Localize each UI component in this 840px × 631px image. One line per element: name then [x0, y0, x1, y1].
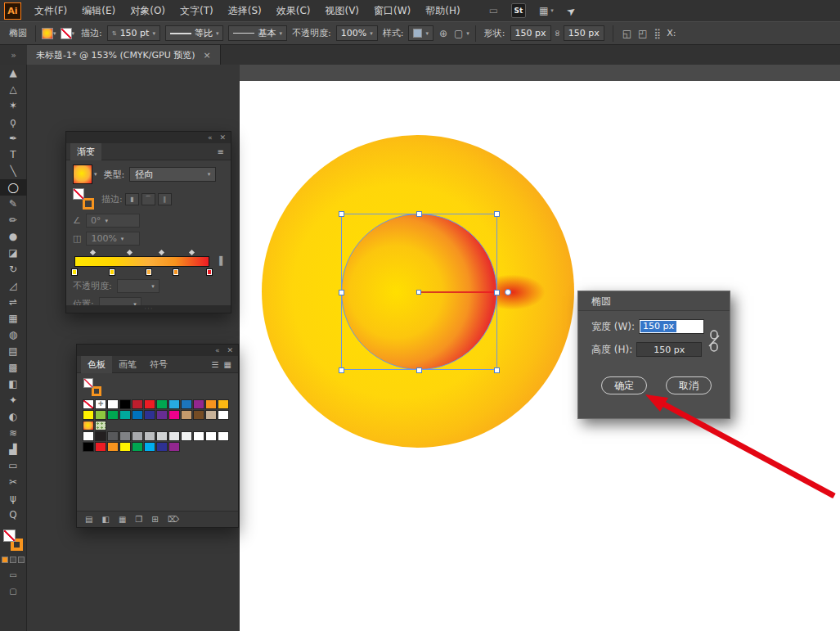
swatch[interactable] [181, 410, 192, 420]
swatch[interactable] [119, 431, 131, 441]
chevron-down-icon[interactable]: ▾ [94, 171, 97, 178]
share-icon[interactable]: ➤ [564, 3, 579, 19]
menu-item[interactable]: 文件(F) [27, 0, 74, 21]
brush-definition-dropdown[interactable]: 基本 ▾ [228, 25, 287, 41]
panel-menu-icon[interactable]: ≡ [218, 147, 227, 156]
perspective-grid-tool[interactable]: ▤ [0, 343, 27, 359]
menu-item[interactable]: 视图(V) [317, 0, 366, 21]
swatch[interactable] [156, 399, 168, 409]
drawing-mode-icon[interactable]: ▭ [9, 570, 16, 579]
column-graph-tool[interactable]: ▟ [0, 441, 27, 457]
swatch[interactable] [144, 442, 155, 452]
gradient-thumbnail[interactable] [73, 165, 92, 184]
width-tool[interactable]: ⇌ [0, 294, 27, 310]
grid-view-icon[interactable]: ▦ [224, 360, 231, 369]
swatch[interactable] [168, 399, 180, 409]
swatch[interactable] [181, 431, 192, 441]
selection-handle[interactable] [416, 367, 422, 373]
paintbrush-tool[interactable]: ✎ [0, 196, 27, 212]
none-mode-button[interactable] [18, 557, 25, 563]
hand-tool[interactable]: ψ [0, 490, 27, 507]
constrain-proportions-icon[interactable] [707, 329, 721, 356]
menu-item[interactable]: 对象(O) [123, 0, 173, 21]
swatch[interactable] [193, 399, 204, 409]
selection-handle[interactable] [494, 290, 500, 295]
dialog-title[interactable]: 椭圆 [578, 291, 730, 311]
swatch[interactable] [107, 442, 119, 452]
mesh-tool[interactable]: ▩ [0, 359, 27, 376]
arrange-documents-icon[interactable]: ▭ [489, 5, 498, 16]
transform-icon[interactable]: ◰ [638, 28, 647, 39]
artboard-tool[interactable]: ▭ [0, 457, 27, 474]
document-setup-icon[interactable]: ⊕ [439, 28, 447, 39]
fill-stroke-indicator[interactable] [3, 530, 23, 551]
gradient-annotator-endpoint[interactable] [505, 289, 511, 295]
selection-center-point[interactable] [416, 290, 421, 295]
chevron-down-icon[interactable]: ▾ [466, 30, 469, 37]
swatch[interactable] [168, 410, 180, 420]
swatch[interactable] [168, 442, 180, 452]
swatch[interactable] [119, 442, 131, 452]
type-tool[interactable]: T [0, 146, 27, 163]
swatch[interactable] [168, 431, 180, 441]
chevron-down-icon[interactable]: ▾ [53, 30, 56, 37]
swatch[interactable] [156, 410, 168, 420]
zoom-tool[interactable]: Q [0, 507, 27, 523]
swatch[interactable] [218, 431, 229, 441]
selection-handle[interactable] [494, 211, 500, 217]
opacity-field[interactable]: 100% ▾ [336, 25, 378, 41]
swatch[interactable] [193, 410, 204, 420]
shape-builder-tool[interactable]: ◍ [0, 327, 27, 343]
swatch[interactable] [107, 431, 119, 441]
gradient-mode-button[interactable] [10, 557, 16, 563]
swatch[interactable] [132, 410, 143, 420]
swatch[interactable] [83, 399, 94, 409]
new-swatch-icon[interactable]: ⊞ [151, 515, 158, 524]
gradient-tool[interactable]: ◧ [0, 376, 27, 392]
tab-色板[interactable]: 色板 [81, 356, 112, 373]
fill-swatch[interactable] [83, 378, 93, 388]
shape-height-field[interactable]: 150 px [564, 25, 604, 41]
swatch[interactable] [218, 399, 229, 409]
menu-item[interactable]: 选择(S) [221, 0, 269, 21]
screen-mode-icon[interactable]: ▢ [9, 587, 16, 596]
swatch[interactable] [205, 399, 217, 409]
stroke-within-button[interactable]: ▮ [125, 193, 139, 205]
lasso-tool[interactable]: ϙ [0, 114, 27, 130]
stroke-weight-field[interactable]: ⇅ 150 pt ▾ [107, 25, 160, 41]
collapse-panel-icon[interactable]: « [215, 346, 220, 354]
symbol-sprayer-tool[interactable]: ≋ [0, 425, 27, 441]
cancel-button[interactable]: 取消 [666, 376, 712, 394]
swatch[interactable] [205, 410, 217, 420]
swatch[interactable] [95, 442, 106, 452]
tab-gradient[interactable]: 渐变 [70, 143, 101, 160]
swatch[interactable]: ✛ [95, 399, 106, 409]
adobe-stock-icon[interactable]: St [511, 3, 526, 18]
stroke-across-button[interactable]: ∥ [158, 193, 172, 205]
shape-width-field[interactable]: 150 px [510, 25, 551, 41]
align-icon[interactable]: ⣿ [654, 28, 661, 39]
swatch[interactable] [132, 399, 143, 409]
blend-tool[interactable]: ◐ [0, 408, 27, 425]
fill-stroke-mini[interactable] [83, 378, 101, 396]
swatch[interactable] [205, 431, 217, 441]
list-view-icon[interactable]: ☰ [212, 360, 219, 369]
swatch[interactable] [132, 442, 143, 452]
swatch-kinds-icon[interactable]: ▦ [119, 515, 126, 524]
swatch[interactable] [156, 431, 168, 441]
constrain-proportions-icon[interactable]: ∞ [552, 29, 563, 37]
menu-item[interactable]: 窗口(W) [366, 0, 418, 21]
pen-tool[interactable]: ✒ [0, 130, 27, 146]
ellipse-tool[interactable]: ◯ [0, 179, 27, 196]
eraser-tool[interactable]: ◪ [0, 245, 27, 261]
line-segment-tool[interactable]: ╲ [0, 163, 27, 179]
close-icon[interactable]: ✕ [227, 346, 233, 354]
width-input[interactable]: 150 px [639, 319, 704, 334]
new-color-group-icon[interactable]: ❐ [135, 515, 142, 524]
fill-stroke-indicator[interactable] [73, 188, 94, 210]
fill-color-swatch[interactable] [42, 28, 53, 39]
swatch[interactable] [144, 399, 155, 409]
panel-resize-grip[interactable]: · · · [66, 305, 231, 313]
stroke-color-swatch[interactable] [61, 28, 72, 39]
menu-item[interactable]: 文字(T) [173, 0, 221, 21]
